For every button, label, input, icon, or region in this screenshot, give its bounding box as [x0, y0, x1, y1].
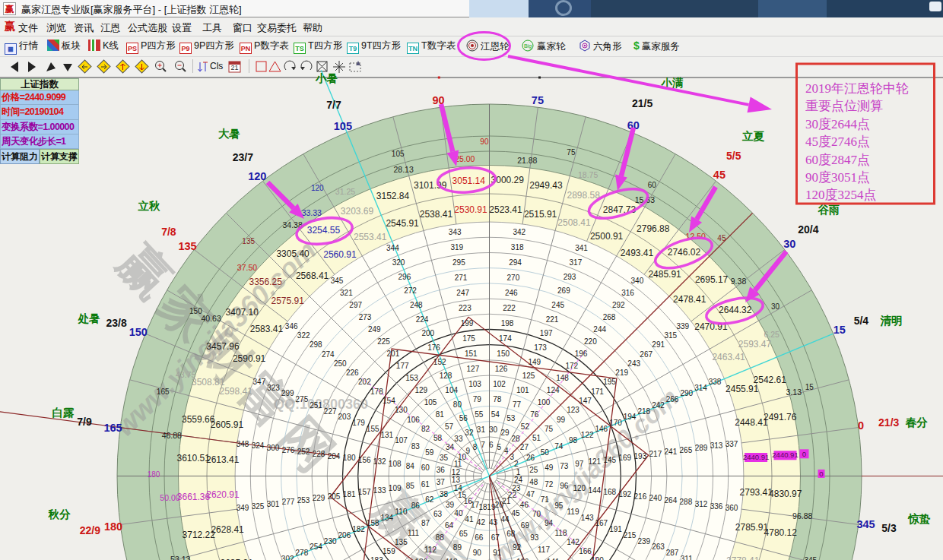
- svg-text:Big: Big: [524, 43, 532, 49]
- svg-text:21: 21: [230, 64, 238, 71]
